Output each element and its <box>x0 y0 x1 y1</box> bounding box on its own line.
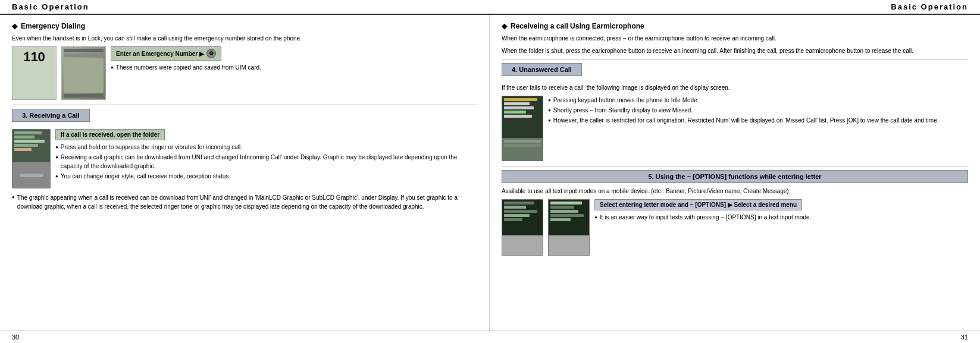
s5-line-b3 <box>550 210 578 213</box>
ua-line-4 <box>504 111 526 114</box>
phone-display-110: 110 <box>12 47 56 99</box>
earmicrophone-heading-text: Receiveing a call Using Earmicrophone <box>511 22 644 30</box>
s5-line-4 <box>504 214 530 217</box>
receiving-phone-image <box>12 129 51 188</box>
receive-bottom-bar <box>20 174 43 177</box>
page-footer: 30 31 <box>0 331 980 343</box>
header-right-title: Basic Operation <box>891 2 968 11</box>
unanswered-list-item-1: Pressing keypad button moves the phone t… <box>548 96 968 105</box>
section5-label-box: Select entering letter mode and − [OPTIO… <box>594 199 802 210</box>
unanswered-bottom <box>502 138 543 161</box>
receive-line-3 <box>14 140 45 143</box>
receiving-list-item-1: Press and hold or to suppress the ringer… <box>55 143 477 152</box>
left-panel: ◆ Emergency Dialing Even when the handse… <box>0 15 490 331</box>
receiving-footer-text: The graphic appearing when a call is rec… <box>17 193 477 211</box>
ua-bottom-line-2 <box>504 144 541 147</box>
map-area <box>64 58 104 93</box>
s5-line-b5 <box>550 218 571 221</box>
ua-bottom-line-1 <box>504 140 541 143</box>
section5-phone-2 <box>548 199 590 256</box>
ua-line-2 <box>504 102 530 105</box>
earmicrophone-section: ◆ Receiveing a call Using Earmicrophone … <box>502 22 968 55</box>
section5-body-text: Available to use all text input modes on… <box>502 187 968 196</box>
receiving-info-box: If a call is received, open the folder P… <box>55 129 477 182</box>
emergency-heading: ◆ Emergency Dialing <box>12 22 477 30</box>
s5-line-2 <box>504 206 526 209</box>
unanswered-screen <box>502 96 543 138</box>
page-header: Basic Operation Basic Operation <box>0 0 980 15</box>
unanswered-image-row: Pressing keypad button moves the phone t… <box>502 96 968 161</box>
receiving-bullet-list: Press and hold or to suppress the ringer… <box>55 143 477 181</box>
phone-image-2 <box>61 46 106 100</box>
ua-line-1 <box>504 98 537 101</box>
earmicrophone-heading: ◆ Receiveing a call Using Earmicrophone <box>502 22 968 30</box>
emergency-bullet-icon: ◆ <box>12 22 17 30</box>
emergency-section: ◆ Emergency Dialing Even when the handse… <box>12 22 477 100</box>
emergency-label-text: Enter an Emergency Number ▶ <box>116 51 204 57</box>
emergency-list-item-1: These numbers were copied and saved from… <box>111 63 477 72</box>
phone-map-screen <box>62 47 105 99</box>
map-line-2 <box>64 54 104 57</box>
divider-3 <box>502 166 968 166</box>
unanswered-section: 4. Unanswered Call If the user fails to … <box>502 63 968 161</box>
s5-screen-2 <box>549 200 589 235</box>
main-content: ◆ Emergency Dialing Even when the handse… <box>0 15 980 331</box>
section5-bullet-list: It is an easier way to input texts with … <box>594 213 968 222</box>
section5-phone-1 <box>502 199 543 256</box>
ua-line-3 <box>504 106 534 109</box>
receiving-footer: ● The graphic appearing when a call is r… <box>12 193 477 211</box>
emergency-label-box: Enter an Emergency Number ▶ ⚙ <box>111 46 221 61</box>
emergency-body-text: Even when the handset is in Lock, you ca… <box>12 34 477 43</box>
unanswered-bullet-list: Pressing keypad button moves the phone t… <box>548 96 968 125</box>
divider-2 <box>502 59 968 59</box>
unanswered-phone-image <box>502 96 543 161</box>
page: Basic Operation Basic Operation ◆ Emerge… <box>0 0 980 343</box>
receive-line-1 <box>14 131 42 134</box>
emergency-bullet-text: These numbers were copied and saved from… <box>116 63 261 72</box>
emergency-info-box: Enter an Emergency Number ▶ ⚙ These numb… <box>111 46 477 73</box>
receiving-section-bar: 3. Receiving a Call <box>12 109 90 122</box>
receiving-bottom <box>12 162 50 188</box>
unanswered-list-item-3: However, the caller is restricted for ca… <box>548 116 968 125</box>
phone-image-1: 110 <box>12 46 57 100</box>
receiving-screen <box>12 130 50 162</box>
divider-1 <box>12 105 477 105</box>
footer-page-right: 31 <box>961 333 968 341</box>
s5-line-5 <box>504 218 522 221</box>
emergency-image-row: 110 Ent <box>12 46 477 100</box>
s5-line-1 <box>504 202 534 204</box>
right-panel: ◆ Receiveing a call Using Earmicrophone … <box>490 15 980 331</box>
unanswered-list-item-2: Shortly press − from Standby display to … <box>548 106 968 115</box>
s5-line-b1 <box>550 202 582 204</box>
settings-icon: ⚙ <box>206 49 216 58</box>
receiving-footer-bullet-icon: ● <box>12 194 15 200</box>
phone-number: 110 <box>23 49 45 65</box>
unanswered-body-text: If the user fails to receive a call, the… <box>502 83 968 92</box>
receiving-label-box: If a call is received, open the folder <box>55 129 165 140</box>
section5-label-text: Select entering letter mode and − [OPTIO… <box>600 202 797 208</box>
header-left-title: Basic Operation <box>12 2 89 11</box>
receiving-section: 3. Receiving a Call <box>12 109 477 211</box>
receiving-list-item-3: You can change ringer style, call receiv… <box>55 172 477 181</box>
receiving-image-row: If a call is received, open the folder P… <box>12 129 477 188</box>
section5-image-row: Select entering letter mode and − [OPTIO… <box>502 199 968 256</box>
emergency-bullet-list: These numbers were copied and saved from… <box>111 63 477 72</box>
receiving-label-text: If a call is received, open the folder <box>61 131 159 138</box>
s5-line-b4 <box>550 214 584 217</box>
receiving-list-item-2: Receiving a call graphic can be download… <box>55 153 477 171</box>
section5-info-box: Select entering letter mode and − [OPTIO… <box>594 199 968 223</box>
receive-line-2 <box>14 136 35 139</box>
ua-line-5 <box>504 115 532 118</box>
receive-line-5 <box>14 148 32 151</box>
section5-bar: 5. Using the − [OPTIONS] functions while… <box>502 170 968 183</box>
receive-line-4 <box>14 144 38 147</box>
unanswered-bar-wrapper: 4. Unanswered Call <box>502 63 968 80</box>
earmicrophone-body-2: When the folder is shut, press the earic… <box>502 46 968 55</box>
earmicrophone-bullet-icon: ◆ <box>502 22 507 30</box>
section5: 5. Using the − [OPTIONS] functions while… <box>502 170 968 256</box>
unanswered-section-bar: 4. Unanswered Call <box>502 63 582 76</box>
unanswered-info-box: Pressing keypad button moves the phone t… <box>548 96 968 126</box>
footer-page-left: 30 <box>12 333 19 341</box>
map-line-1 <box>64 49 104 52</box>
s5-screen-1 <box>502 200 543 235</box>
